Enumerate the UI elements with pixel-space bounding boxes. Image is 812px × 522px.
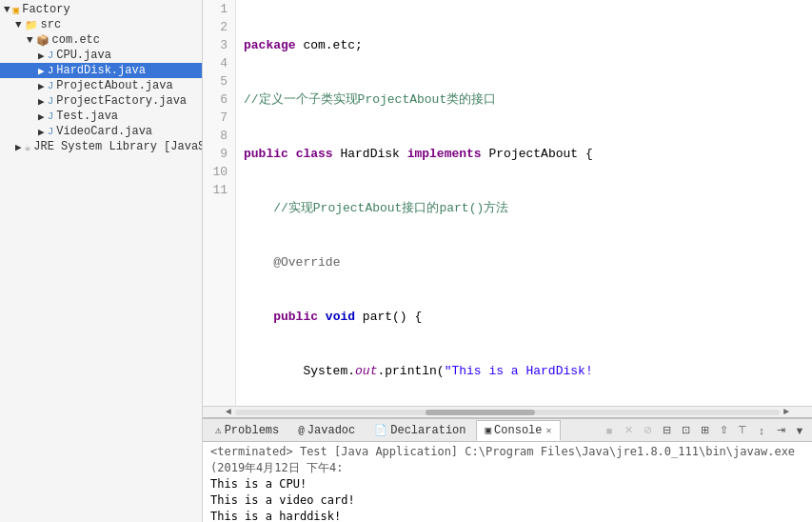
java-file-icon-videocard: J bbox=[48, 126, 54, 137]
console-line-2: This is a video card! bbox=[210, 492, 804, 509]
tree-label-cpu: CPU.java bbox=[56, 49, 111, 62]
collapse-arrow-com-etc: ▼ bbox=[27, 34, 33, 46]
code-line-2: //定义一个子类实现ProjectAbout类的接口 bbox=[244, 90, 812, 109]
line-num-8: 8 bbox=[210, 127, 228, 145]
line-num-7: 7 bbox=[210, 109, 228, 127]
line-num-10: 10 bbox=[210, 163, 228, 181]
tree-item-src[interactable]: ▼ 📁 src bbox=[0, 17, 202, 32]
code-line-4: //实现ProjectAbout接口的part()方法 bbox=[244, 199, 812, 217]
tree-label-projectfactory: ProjectFactory.java bbox=[56, 94, 187, 108]
pin-button[interactable]: ⊞ bbox=[696, 422, 713, 439]
line-num-2: 2 bbox=[210, 18, 228, 36]
code-line-6: public void part() { bbox=[244, 308, 812, 326]
line-num-9: 9 bbox=[210, 145, 228, 163]
tab-console-label: Console bbox=[494, 424, 542, 437]
line-num-6: 6 bbox=[210, 90, 228, 109]
tree-label-videocard: VideoCard.java bbox=[56, 125, 152, 138]
expand-arrow-cpu: ▶ bbox=[38, 50, 45, 62]
line-numbers: 1 2 3 4 5 6 7 8 9 10 11 bbox=[203, 0, 236, 406]
tree-label-jre: JRE System Library [JavaSE-1. bbox=[33, 140, 203, 153]
expand-arrow-harddisk: ▶ bbox=[38, 65, 45, 77]
tree-item-jre[interactable]: ▶ ☕ JRE System Library [JavaSE-1. bbox=[0, 139, 202, 154]
package-icon: 📦 bbox=[36, 34, 50, 47]
file-tree: ▼ ▣ Factory ▼ 📁 src ▼ 📦 com.etc ▶ J CPU.… bbox=[0, 0, 203, 522]
clear-button[interactable]: ⊘ bbox=[639, 422, 656, 439]
javadoc-icon: @ bbox=[298, 425, 305, 436]
line-num-11: 11 bbox=[210, 181, 228, 199]
tree-item-projectabout-java[interactable]: ▶ J ProjectAbout.java bbox=[0, 78, 202, 93]
console-close-icon[interactable]: ✕ bbox=[546, 425, 552, 436]
minimize-button[interactable]: ⊤ bbox=[734, 422, 751, 439]
view-menu-button[interactable]: ⇥ bbox=[772, 422, 789, 439]
expand-arrow-projectfactory: ▶ bbox=[38, 95, 45, 108]
tree-item-cpu-java[interactable]: ▶ J CPU.java bbox=[0, 48, 202, 63]
resize-button[interactable]: ↕ bbox=[753, 422, 770, 439]
collapse-arrow-factory: ▼ bbox=[4, 4, 10, 15]
tree-item-projectfactory-java[interactable]: ▶ J ProjectFactory.java bbox=[0, 93, 202, 109]
tab-javadoc[interactable]: @ Javadoc bbox=[289, 420, 364, 441]
tab-problems[interactable]: ⚠ Problems bbox=[207, 420, 287, 441]
tab-declaration-label: Declaration bbox=[390, 424, 465, 437]
tree-item-com-etc[interactable]: ▼ 📦 com.etc bbox=[0, 32, 202, 48]
tab-console[interactable]: ▣ Console ✕ bbox=[476, 420, 560, 441]
bottom-panel: ⚠ Problems @ Javadoc 📄 Declaration ▣ Con… bbox=[203, 417, 812, 522]
declaration-icon: 📄 bbox=[374, 424, 387, 436]
tab-problems-label: Problems bbox=[225, 424, 280, 437]
close-button[interactable]: ✕ bbox=[620, 422, 637, 439]
tree-item-harddisk-java[interactable]: ▶ J HardDisk.java bbox=[0, 63, 202, 78]
code-line-7: System.out.println("This is a HardDisk! bbox=[244, 362, 812, 380]
dropdown-button[interactable]: ▼ bbox=[791, 422, 808, 439]
jre-icon: ☕ bbox=[25, 141, 31, 153]
code-line-3: public class HardDisk implements Project… bbox=[244, 145, 812, 163]
bottom-tabs-bar: ⚠ Problems @ Javadoc 📄 Declaration ▣ Con… bbox=[203, 419, 812, 442]
main-area: ▼ ▣ Factory ▼ 📁 src ▼ 📦 com.etc ▶ J CPU.… bbox=[0, 0, 812, 522]
console-line-3: This is a harddisk! bbox=[210, 509, 804, 522]
tree-label-harddisk: HardDisk.java bbox=[56, 64, 146, 77]
expand-arrow-projectabout: ▶ bbox=[38, 80, 45, 92]
code-editor[interactable]: 1 2 3 4 5 6 7 8 9 10 11 package com.etc;… bbox=[203, 0, 812, 406]
code-content[interactable]: package com.etc; //定义一个子类实现ProjectAbout类… bbox=[236, 0, 812, 406]
scroll-lock-button[interactable]: ⊟ bbox=[658, 422, 675, 439]
java-file-icon-test: J bbox=[48, 110, 54, 122]
collapse-arrow-src: ▼ bbox=[15, 19, 22, 30]
horizontal-scrollbar[interactable]: ◄ ► bbox=[203, 406, 812, 417]
problems-icon: ⚠ bbox=[215, 424, 222, 436]
tree-label-projectabout: ProjectAbout.java bbox=[56, 79, 172, 92]
line-num-4: 4 bbox=[210, 54, 228, 72]
scroll-thumb[interactable] bbox=[426, 410, 534, 415]
java-file-icon-harddisk: J bbox=[48, 65, 54, 76]
tree-label-factory: Factory bbox=[22, 3, 69, 16]
tab-javadoc-label: Javadoc bbox=[307, 424, 355, 437]
scroll-right-arrow[interactable]: ► bbox=[780, 407, 793, 417]
stop-button[interactable]: ■ bbox=[601, 422, 618, 439]
console-line-1: This is a CPU! bbox=[210, 476, 804, 492]
console-toolbar: ■ ✕ ⊘ ⊟ ⊡ ⊞ ⇧ ⊤ ↕ ⇥ ▼ bbox=[601, 422, 808, 439]
tree-label-src: src bbox=[41, 18, 62, 31]
tree-item-factory[interactable]: ▼ ▣ Factory bbox=[0, 2, 202, 17]
project-icon: ▣ bbox=[13, 4, 20, 16]
console-terminated-header: <terminated> Test [Java Application] C:\… bbox=[210, 444, 804, 476]
tree-item-test-java[interactable]: ▶ J Test.java bbox=[0, 109, 202, 124]
java-file-icon-cpu: J bbox=[48, 50, 54, 61]
line-num-5: 5 bbox=[210, 72, 228, 90]
java-file-icon-projectfactory: J bbox=[48, 95, 54, 107]
console-output: <terminated> Test [Java Application] C:\… bbox=[203, 442, 812, 522]
expand-arrow-test: ▶ bbox=[38, 110, 45, 123]
code-line-5: @Override bbox=[244, 253, 812, 271]
java-file-icon-projectabout: J bbox=[48, 80, 54, 91]
expand-arrow-jre: ▶ bbox=[15, 141, 22, 153]
tree-item-videocard-java[interactable]: ▶ J VideoCard.java bbox=[0, 124, 202, 139]
scroll-left-arrow[interactable]: ◄ bbox=[222, 407, 235, 417]
word-wrap-button[interactable]: ⊡ bbox=[677, 422, 694, 439]
line-num-1: 1 bbox=[210, 0, 228, 18]
tree-label-com-etc: com.etc bbox=[52, 33, 100, 47]
scroll-track[interactable] bbox=[235, 410, 780, 415]
src-folder-icon: 📁 bbox=[25, 19, 38, 31]
expand-up-button[interactable]: ⇧ bbox=[715, 422, 732, 439]
tab-declaration[interactable]: 📄 Declaration bbox=[366, 420, 474, 441]
tree-label-test: Test.java bbox=[56, 110, 118, 123]
expand-arrow-videocard: ▶ bbox=[38, 126, 45, 138]
code-line-1: package com.etc; bbox=[244, 36, 812, 54]
line-num-3: 3 bbox=[210, 36, 228, 54]
console-icon: ▣ bbox=[485, 424, 491, 436]
